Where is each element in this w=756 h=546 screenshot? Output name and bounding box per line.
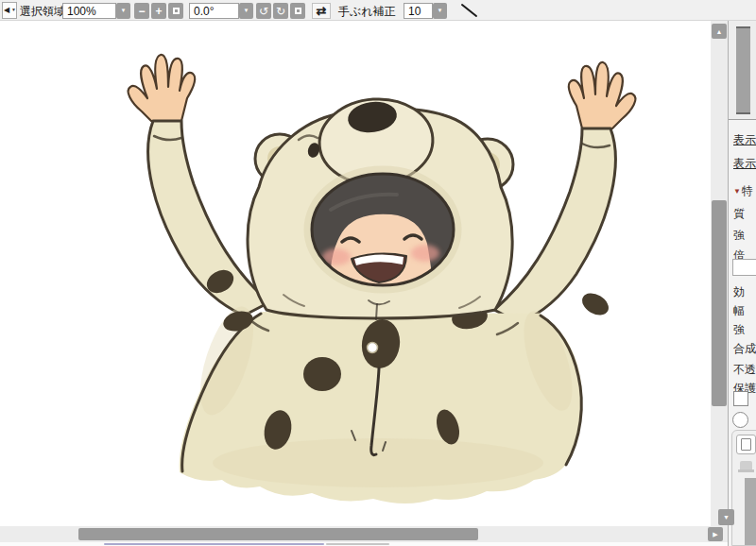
vertical-scrollbar[interactable]: ▲ — [711, 21, 728, 526]
panel-row-label: 質 — [733, 206, 745, 223]
fit-window-icon — [173, 8, 180, 14]
selection-arrow-icon: ◀ — [4, 6, 9, 14]
panel-gray-area — [745, 478, 756, 545]
reset-rotation-icon — [295, 8, 301, 14]
scroll-up-icon: ▲ — [716, 28, 723, 35]
stabilization-label: 手ぶれ補正 — [338, 4, 396, 20]
zoom-dropdown-button[interactable]: ▼ — [116, 3, 130, 19]
panel-section-header[interactable]: ▼特 — [733, 183, 753, 200]
reset-rotation-button[interactable] — [290, 3, 305, 19]
rotation-input[interactable] — [189, 3, 239, 19]
panel-slider-bar[interactable] — [736, 26, 750, 114]
brush-stroke-preview-icon — [457, 2, 480, 22]
chevron-down-icon: ▼ — [244, 8, 249, 13]
panel-top-section — [729, 21, 756, 120]
horizontal-scrollbar[interactable]: ▶ — [0, 526, 728, 542]
stabilization-input[interactable] — [404, 3, 433, 19]
new-item-button[interactable] — [736, 435, 756, 454]
flip-horizontal-button[interactable]: ⇄ — [312, 3, 331, 19]
fit-to-window-button[interactable] — [168, 3, 183, 19]
stamp-icon[interactable] — [740, 461, 752, 469]
rotation-dropdown-button[interactable]: ▼ — [239, 3, 253, 19]
panel-value-input[interactable] — [732, 259, 756, 276]
chevron-down-icon: ▼ — [438, 8, 443, 13]
panel-bottom-subpanel — [731, 430, 756, 546]
panel-radio-button[interactable] — [732, 412, 748, 428]
canvas-illustration — [0, 21, 711, 526]
rotate-ccw-button[interactable]: ↺ — [256, 3, 271, 19]
canvas-viewport[interactable] — [0, 21, 711, 526]
scroll-down-button[interactable]: ▼ — [718, 509, 734, 525]
window-bottom-edge — [0, 542, 729, 546]
panel-row-label: 強 — [733, 322, 745, 339]
scroll-down-icon: ▼ — [723, 514, 730, 520]
bottom-accent-blue-line — [104, 543, 324, 545]
vertical-scrollbar-thumb[interactable] — [712, 200, 727, 406]
section-collapse-icon: ▼ — [733, 187, 741, 196]
zoom-input[interactable] — [62, 3, 116, 19]
panel-checkbox[interactable] — [733, 391, 748, 406]
panel-row-label: 強 — [733, 228, 745, 245]
zoom-in-button[interactable]: + — [151, 3, 166, 19]
stabilization-dropdown-button[interactable]: ▼ — [433, 3, 447, 19]
paint-app-window: ◀ ▼ 選択領域 ▼ − + ▼ ↺ ↻ ⇄ 手ぶれ補正 ▼ — [0, 0, 756, 546]
bottom-accent-gray-line — [326, 543, 389, 545]
panel-link-display-1[interactable]: 表示 — [733, 132, 756, 149]
panel-link-display-2[interactable]: 表示 — [733, 156, 756, 173]
panel-row-label: 効 — [733, 284, 745, 301]
zoom-out-button[interactable]: − — [134, 3, 149, 19]
tool-property-bar: ◀ ▼ 選択領域 ▼ − + ▼ ↺ ↻ ⇄ 手ぶれ補正 ▼ — [0, 0, 756, 21]
tool-select-button[interactable]: ◀ ▼ — [2, 2, 17, 19]
section-label: 特 — [742, 184, 753, 197]
tool-property-panel: 表示 表示 ▼特 質 強 倍 効 幅 強 合成 不透 保護 — [728, 21, 756, 546]
scroll-right-button[interactable]: ▶ — [708, 527, 723, 541]
rotate-cw-button[interactable]: ↻ — [273, 3, 288, 19]
panel-row-label: 合成 — [733, 341, 756, 358]
chevron-down-icon: ▼ — [11, 2, 16, 17]
page-icon — [741, 438, 751, 451]
scroll-right-icon: ▶ — [713, 531, 717, 537]
chevron-down-icon: ▼ — [121, 8, 127, 13]
scroll-up-button[interactable]: ▲ — [712, 24, 727, 39]
panel-row-label: 不透 — [733, 362, 756, 379]
panel-row-label: 幅 — [733, 303, 745, 320]
horizontal-scrollbar-thumb[interactable] — [78, 528, 478, 540]
selection-area-label: 選択領域 — [20, 4, 65, 20]
